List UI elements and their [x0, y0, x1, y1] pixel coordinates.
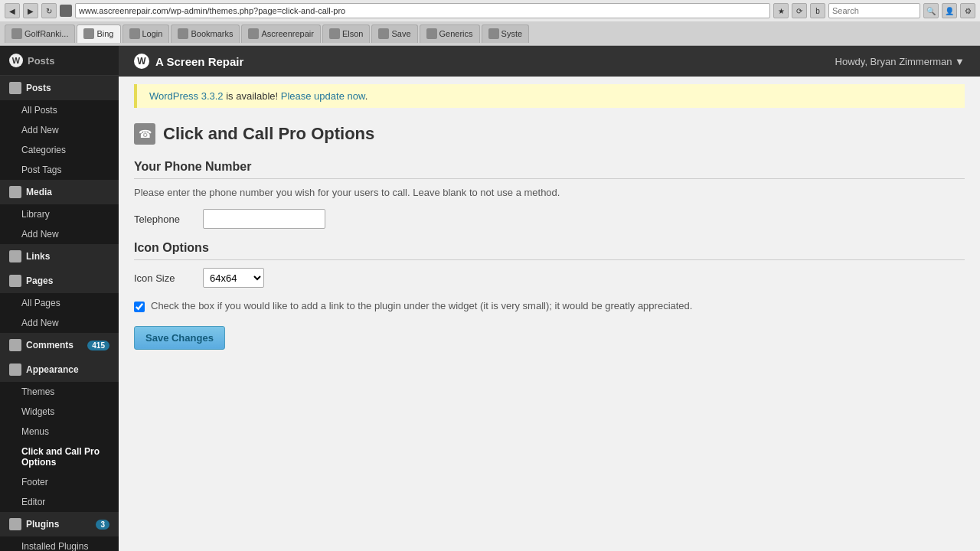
tab-label: Bookmarks [191, 29, 233, 38]
tab-generics[interactable]: Generics [420, 24, 480, 43]
tab-favicon [378, 28, 389, 39]
media-icon [9, 186, 21, 198]
tab-login[interactable]: Login [122, 24, 170, 43]
refresh-button[interactable]: ↻ [41, 3, 57, 18]
comments-badge: 415 [87, 341, 109, 350]
sidebar-item-add-new-media[interactable]: Add New [0, 224, 119, 244]
tab-favicon [129, 28, 140, 39]
favicon [60, 5, 72, 17]
wp-wrapper: W Posts Posts All Posts Add New Categori… [0, 46, 980, 551]
sidebar-submenu-pages: All Pages Add New [0, 293, 119, 333]
sidebar-links-label: Links [26, 251, 50, 262]
comments-icon [9, 339, 21, 351]
tab-bing[interactable]: Bing [77, 24, 120, 43]
posts-icon [9, 82, 21, 94]
sidebar-submenu-appearance: Themes Widgets Menus Click and Call Pro … [0, 382, 119, 512]
attribution-checkbox-label: Check the box if you would like to add a… [151, 300, 692, 311]
sidebar-item-click-and-call-pro[interactable]: Click and Call Pro Options [0, 442, 119, 472]
tab-favicon [488, 28, 499, 39]
sidebar-section-links: Links [0, 244, 119, 269]
browser-toolbar: ◀ ▶ ↻ ★ ⟳ b 🔍 👤 ⚙ [0, 0, 980, 21]
plugins-badge: 3 [96, 520, 109, 530]
back-button[interactable]: ◀ [5, 3, 20, 18]
sidebar-item-menus[interactable]: Menus [0, 422, 119, 442]
telephone-input[interactable] [203, 209, 325, 229]
tab-ascreenrepair[interactable]: Ascreenrepair [241, 24, 320, 43]
settings-icon[interactable]: ⚙ [960, 3, 975, 18]
url-bar[interactable] [75, 3, 770, 18]
update-now-link[interactable]: Please update now [281, 90, 365, 102]
sidebar-item-footer[interactable]: Footer [0, 472, 119, 492]
sidebar-header-media[interactable]: Media [0, 180, 119, 204]
tab-elson[interactable]: Elson [322, 24, 371, 43]
sidebar-header-links[interactable]: Links [0, 244, 119, 269]
sidebar-item-all-posts[interactable]: All Posts [0, 100, 119, 120]
tab-favicon [329, 28, 340, 39]
sidebar-item-all-pages[interactable]: All Pages [0, 293, 119, 313]
sidebar-item-widgets[interactable]: Widgets [0, 402, 119, 422]
search-input[interactable] [828, 3, 920, 18]
forward-button[interactable]: ▶ [23, 3, 38, 18]
sidebar-header-appearance[interactable]: Appearance [0, 357, 119, 382]
tab-save[interactable]: Save [371, 24, 417, 43]
tab-favicon [178, 28, 188, 39]
sidebar-header-posts[interactable]: Posts [0, 76, 119, 100]
tab-favicon [248, 28, 259, 39]
wp-header-right[interactable]: Howdy, Bryan Zimmerman ▼ [835, 56, 965, 67]
telephone-label: Telephone [134, 214, 195, 225]
sidebar-item-add-new-post[interactable]: Add New [0, 120, 119, 140]
tab-favicon [11, 28, 22, 39]
site-name: A Screen Repair [155, 55, 243, 68]
star-icon[interactable]: ★ [773, 3, 789, 18]
sidebar-section-comments: Comments 415 [0, 333, 119, 357]
wp-logo[interactable]: W [134, 54, 149, 69]
browser-tabs-bar: GolfRanki... Bing Login Bookmarks Ascree… [0, 21, 980, 45]
page-icon: ☎ [134, 123, 155, 145]
telephone-row: Telephone [134, 209, 965, 229]
sidebar-pages-label: Pages [26, 276, 53, 286]
save-changes-button[interactable]: Save Changes [134, 326, 225, 350]
sidebar-dashboard-label[interactable]: Posts [28, 55, 54, 67]
sidebar-section-posts: Posts All Posts Add New Categories Post … [0, 76, 119, 180]
pages-icon [9, 275, 21, 287]
phone-section-description: Please enter the phone number you wish f… [134, 187, 965, 198]
sidebar-item-themes[interactable]: Themes [0, 382, 119, 402]
icon-options-title: Icon Options [134, 241, 965, 260]
tab-syste[interactable]: Syste [482, 24, 530, 43]
phone-section-title: Your Phone Number [134, 160, 965, 179]
wordpress-version-link[interactable]: WordPress 3.3.2 [149, 90, 224, 102]
attribution-checkbox[interactable] [134, 302, 145, 312]
update-notice-middle: is available! [224, 90, 281, 102]
sidebar-item-installed-plugins[interactable]: Installed Plugins [0, 536, 119, 551]
profile-icon[interactable]: 👤 [942, 3, 957, 18]
sidebar-logo[interactable]: W Posts [0, 46, 119, 76]
sidebar-item-editor-appearance[interactable]: Editor [0, 492, 119, 512]
plugins-icon [9, 518, 21, 530]
bing-icon[interactable]: b [810, 3, 825, 18]
sidebar-item-add-new-page[interactable]: Add New [0, 313, 119, 333]
icon-size-select[interactable]: 16x16 32x32 48x48 64x64 128x128 [203, 268, 264, 288]
phone-number-section: Your Phone Number Please enter the phone… [134, 160, 965, 229]
sidebar-item-post-tags[interactable]: Post Tags [0, 160, 119, 180]
links-icon [9, 250, 21, 262]
tab-favicon [83, 28, 94, 39]
sidebar-section-pages: Pages All Pages Add New [0, 269, 119, 333]
icon-size-label: Icon Size [134, 272, 195, 284]
sidebar-item-categories[interactable]: Categories [0, 140, 119, 160]
sidebar-header-plugins[interactable]: Plugins 3 [0, 512, 119, 536]
wp-logo-icon: W [9, 54, 23, 67]
sidebar-media-label: Media [26, 187, 52, 197]
sidebar-section-appearance: Appearance Themes Widgets Menus Click an… [0, 357, 119, 512]
tab-label: Bing [96, 29, 113, 38]
search-go-button[interactable]: 🔍 [923, 3, 939, 18]
sidebar-item-library[interactable]: Library [0, 204, 119, 224]
sidebar-header-comments[interactable]: Comments 415 [0, 333, 119, 357]
tab-golfranki[interactable]: GolfRanki... [5, 24, 75, 43]
page-title: Click and Call Pro Options [163, 124, 374, 144]
tab-bookmarks[interactable]: Bookmarks [171, 24, 240, 43]
reload-icon[interactable]: ⟳ [792, 3, 807, 18]
tab-label: Login [142, 29, 163, 38]
browser-icons: ★ ⟳ b 🔍 👤 ⚙ [773, 3, 975, 18]
sidebar-header-pages[interactable]: Pages [0, 269, 119, 293]
sidebar-section-plugins: Plugins 3 Installed Plugins Add New Edit… [0, 512, 119, 551]
